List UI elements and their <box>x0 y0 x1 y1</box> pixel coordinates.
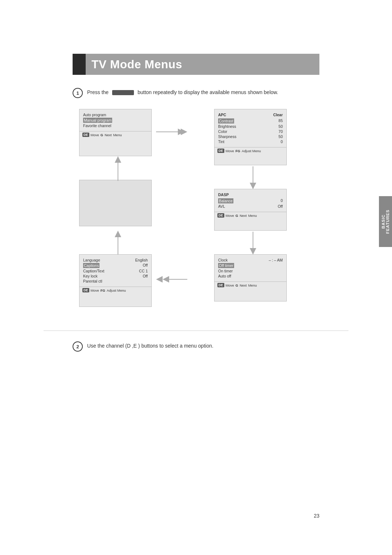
arrow-right-1 <box>156 129 187 135</box>
special-parental: Parental ctl <box>83 279 148 284</box>
menu-picture-box: APC Clear Contrast 85 Brightness 50 Colo… <box>214 109 287 165</box>
page-title: TV Mode Menus <box>91 58 182 71</box>
special-captiontext: Caption/Text CC 1 <box>83 268 148 274</box>
arrow-up-1 <box>115 231 121 255</box>
arrow-up-2 <box>115 156 121 181</box>
picture-sharpness: Sharpness 50 <box>218 134 283 139</box>
program-item-3: Favorite channel <box>83 123 148 128</box>
picture-title: APC Clear <box>218 112 283 117</box>
picture-contrast: Contrast 85 <box>218 118 283 124</box>
special-keylock: Key lock Off <box>83 274 148 279</box>
time-ontimer: On timer <box>218 268 283 274</box>
time-footer: DE Move G Next Menu <box>215 281 286 288</box>
arrow-down-1 <box>250 166 256 189</box>
sound-title: DASP <box>218 192 283 197</box>
side-tab: BASICFEATURES <box>379 196 392 247</box>
title-bar: TV Mode Menus <box>73 54 319 75</box>
time-autooff: Auto off <box>218 274 283 279</box>
program-item-2: Manual program <box>83 117 148 123</box>
picture-brightness: Brightness 50 <box>218 124 283 129</box>
time-clock: Clock – : – AM <box>218 258 283 263</box>
special-language: Language English <box>83 258 148 263</box>
title-accent-box <box>73 54 86 75</box>
program-item-1: Auto program <box>83 112 148 117</box>
picture-tint: Tint 0 <box>218 139 283 144</box>
arrow-down-2 <box>250 232 256 255</box>
menu-special-box: Language English Captions Off Caption/Te… <box>79 254 152 307</box>
special-footer: DE Move FG Adjust Menu <box>79 287 151 293</box>
step1-circle: 1 <box>73 88 83 98</box>
step1-text: Press the button repeatedly to display t… <box>87 89 278 96</box>
menu-time-box: Clock – : – AM Off timer On timer Auto o… <box>214 254 287 301</box>
sound-footer: DE Move G Next Menu <box>215 212 286 219</box>
step2-circle: 2 <box>73 341 83 352</box>
program-footer: DE Move G Next Menu <box>79 131 151 138</box>
sound-avl: AVL Off <box>218 204 283 209</box>
picture-color: Color 70 <box>218 129 283 134</box>
picture-footer: DE Move FG Adjust Menu <box>215 147 286 154</box>
menu-sound-box: DASP Balance 0 AVL Off DE Move G Next Me… <box>214 189 287 231</box>
step2-text: Use the channel (D ,E ) buttons to selec… <box>87 342 213 350</box>
page-number: 23 <box>314 513 319 519</box>
separator <box>44 331 348 331</box>
menu-program-box: Auto program Manual program Favorite cha… <box>79 109 152 156</box>
time-offtimer: Off timer <box>218 263 283 268</box>
side-tab-text: BASICFEATURES <box>381 210 390 234</box>
sound-balance: Balance 0 <box>218 198 283 204</box>
menu-empty-box <box>79 180 152 226</box>
special-captions: Captions Off <box>83 263 148 268</box>
arrow-left-1 <box>156 276 187 283</box>
